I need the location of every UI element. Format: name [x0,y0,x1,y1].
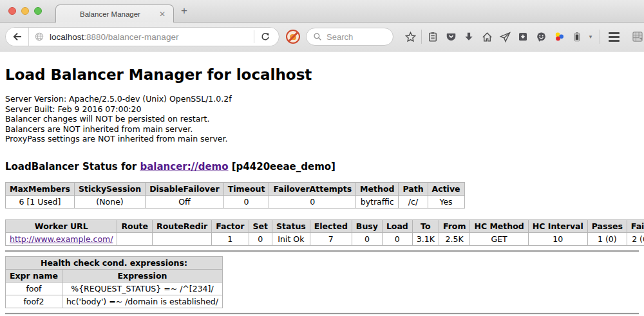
cell-expr-name: foof2 [6,295,62,308]
cell-routeredir [153,232,212,245]
cell-hc-method: GET [470,232,528,245]
new-tab-button[interactable]: + [181,5,187,16]
table-header-row: Expr name Expression [6,269,223,282]
clipboard-icon [427,31,439,42]
page-title: Load Balancer Manager for localhost [5,66,639,83]
zoom-window-button[interactable] [34,7,42,15]
cell-expression: hc('body') =~ /domain is established/ [62,295,222,308]
col-expression: Expression [62,269,222,282]
downloads-button[interactable] [460,27,478,46]
page-content: Load Balancer Manager for localhost Serv… [0,51,644,316]
col-timeout: Timeout [223,182,269,195]
cell-factor: 1 [212,232,249,245]
col-set: Set [249,219,272,232]
extension-dropdown-caret[interactable]: ▾ [586,27,595,46]
toolbar-separator [600,30,600,44]
cell-passes: 1 (0) [587,232,627,245]
cell-load: 0 [382,232,412,245]
server-built-line: Server Built: Feb 9 2016 07:00:20 [5,104,639,115]
col-fails: Fails [627,219,644,232]
home-button[interactable] [478,27,496,46]
back-button[interactable] [6,27,29,46]
pocket-icon [445,31,457,43]
health-table-caption: Health check cond. expressions: [6,256,223,269]
urlbar-separator [254,30,254,43]
heading-suffix: [p4420eeae_demo] [229,161,336,172]
proxypass-inherit-line: ProxyPass settings are NOT inherited fro… [5,134,639,144]
col-from: From [439,219,470,232]
url-bar-group: localhost:8880/balancer-manager [5,27,279,46]
navigation-toolbar: localhost:8880/balancer-manager [0,23,644,51]
bookmark-button[interactable] [401,27,419,46]
worker-url-link[interactable]: http://www.example.com/ [10,234,113,244]
send-to-device-button[interactable] [496,27,514,46]
cell-busy: 0 [352,232,382,245]
table-row: http://www.example.com/ 1 0 Init Ok 7 0 … [6,232,644,245]
server-version-line: Server Version: Apache/2.5.0-dev (Unix) … [5,94,639,104]
home-icon [481,31,493,43]
reload-button[interactable] [256,27,275,46]
cell-stickysession: (None) [74,195,145,208]
col-busy: Busy [352,219,382,232]
cell-active: Yes [428,195,464,208]
browser-window: Balancer Manager ✕ + localhost:8880/bala… [0,0,644,316]
heading-prefix: LoadBalancer Status for [5,161,140,172]
save-page-button[interactable] [514,27,532,46]
pocket-button[interactable] [442,27,460,46]
worker-status-table: Worker URL Route RouteRedir Factor Set S… [5,219,644,246]
back-arrow-icon [12,31,23,42]
extension-colors-button[interactable] [550,27,568,46]
cell-route [117,232,153,245]
close-tab-icon[interactable]: ✕ [158,9,167,19]
colored-dots-icon [553,31,565,43]
search-box[interactable] [306,28,393,46]
col-hc-interval: HC Interval [528,219,587,232]
reading-list-button[interactable] [424,27,442,46]
cell-path: /c/ [399,195,428,208]
col-failoverattempts: FailoverAttempts [269,182,356,195]
col-passes: Passes [587,219,627,232]
cell-hc-interval: 10 [528,232,587,245]
col-active: Active [428,182,464,195]
col-expr-name: Expr name [6,269,62,282]
cell-from: 2.5K [439,232,470,245]
flash-block-button[interactable] [285,29,301,44]
cell-method: bytraffic [356,195,399,208]
table-row: foof2 hc('body') =~ /domain is establish… [6,295,223,308]
table-caption-row: Health check cond. expressions: [6,256,223,269]
cell-maxmembers: 6 [1 Used] [6,195,75,208]
tab-balancer-manager[interactable]: Balancer Manager ✕ [55,5,174,23]
balancers-inherit-line: Balancers are NOT inherited from main se… [5,124,639,135]
battery-extension-button[interactable] [568,27,586,46]
tab-title: Balancer Manager [62,10,158,18]
close-window-button[interactable] [8,7,16,15]
minimize-window-button[interactable] [21,7,29,15]
cell-expr-name: foof [6,282,62,295]
square-download-icon [517,31,529,42]
forum-button[interactable] [532,27,550,46]
col-hc-method: HC Method [470,219,528,232]
cell-timeout: 0 [223,195,269,208]
col-maxmembers: MaxMembers [6,182,75,195]
balancer-demo-link[interactable]: balancer://demo [140,161,228,172]
smiley-bubble-icon [535,31,547,43]
col-path: Path [399,182,428,195]
search-input[interactable] [327,32,384,42]
url-input[interactable]: localhost:8880/balancer-manager [29,28,279,46]
tab-bar: Balancer Manager ✕ + [0,0,644,23]
table-row: 6 [1 Used] (None) Off 0 0 bytraffic /c/ … [6,195,465,208]
server-info: Server Version: Apache/2.5.0-dev (Unix) … [5,94,639,144]
col-route: Route [117,219,153,232]
col-worker-url: Worker URL [6,219,117,232]
paper-plane-icon [499,31,511,43]
col-method: Method [356,182,399,195]
col-elected: Elected [310,219,352,232]
cell-disablefailover: Off [146,195,223,208]
tab-groups-button[interactable] [629,27,644,46]
table-header-row: Worker URL Route RouteRedir Factor Set S… [6,219,644,232]
col-status: Status [272,219,310,232]
col-to: To [412,219,439,232]
persist-warning-line: Balancer changes will NOT be persisted o… [5,114,639,124]
menu-button[interactable] [605,27,623,46]
col-routeredir: RouteRedir [153,219,212,232]
